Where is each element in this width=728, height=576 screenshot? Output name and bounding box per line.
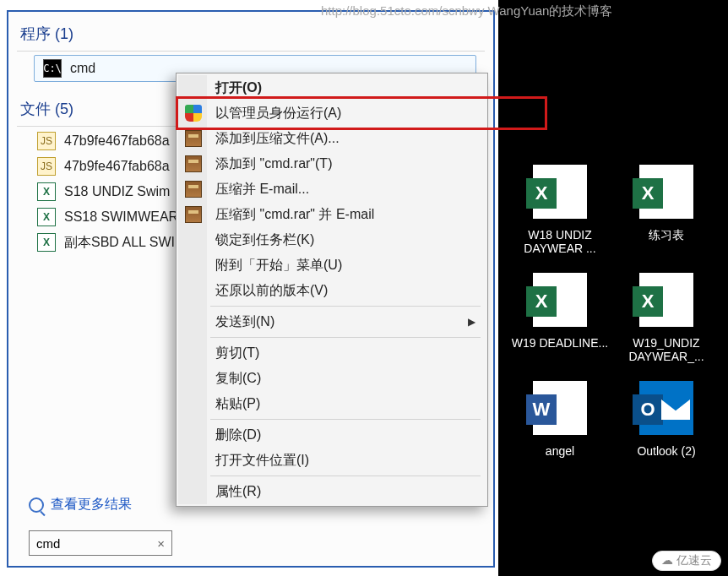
- script-file-icon: JS: [37, 157, 56, 176]
- menu-label: 删除(D): [215, 427, 261, 444]
- context-menu: 打开(O) 以管理员身份运行(A) 添加到压缩文件(A)... 添加到 "cmd…: [176, 73, 488, 507]
- menu-add-to-archive[interactable]: 添加到压缩文件(A)...: [178, 126, 486, 151]
- menu-label: 剪切(T): [215, 345, 259, 362]
- menu-label: 复制(C): [215, 370, 261, 388]
- menu-paste[interactable]: 粘贴(P): [178, 391, 486, 416]
- menu-pin-taskbar[interactable]: 锁定到任务栏(K): [178, 227, 486, 253]
- menu-label: 打开(O): [215, 79, 262, 97]
- see-more-label: 查看更多结果: [51, 496, 132, 514]
- desktop-item-label: angel: [508, 444, 611, 458]
- search-input[interactable]: cmd ×: [29, 530, 172, 556]
- desktop-item[interactable]: W19 DEADLINE...: [507, 264, 613, 372]
- divider: [17, 51, 485, 52]
- watermark-label: 亿速云: [676, 553, 712, 567]
- archive-icon: [184, 180, 203, 198]
- menu-send-to[interactable]: 发送到(N) ▶: [178, 309, 486, 334]
- search-icon: [29, 497, 44, 513]
- desktop-item-label: W19 DEADLINE...: [508, 336, 611, 350]
- menu-pin-start[interactable]: 附到「开始」菜单(U): [178, 253, 486, 278]
- desktop-item-label: W19_UNDIZ DAYWEAR_...: [615, 336, 718, 363]
- watermark-url: http://blog.51cto.com/scnbwy WangYuan的技术…: [321, 3, 612, 19]
- menu-label: 压缩并 E-mail...: [215, 181, 309, 198]
- menu-separator: [210, 475, 481, 476]
- menu-label: 属性(R): [215, 483, 261, 501]
- file-label: 副本SBD ALL SWI: [64, 234, 175, 252]
- menu-label: 以管理员身份运行(A): [215, 105, 341, 122]
- excel-file-icon: X: [37, 208, 56, 226]
- excel-file-icon: [635, 160, 698, 223]
- menu-copy[interactable]: 复制(C): [178, 366, 486, 391]
- clear-search-icon[interactable]: ×: [157, 536, 165, 551]
- file-label: 47b9fe467fab68a: [64, 133, 170, 149]
- menu-open[interactable]: 打开(O): [178, 75, 486, 101]
- desktop-item[interactable]: 练习表: [613, 155, 720, 264]
- excel-file-icon: X: [37, 233, 56, 252]
- cmd-icon: C:\: [43, 59, 62, 78]
- menu-label: 压缩到 "cmd.rar" 并 E-mail: [215, 206, 374, 224]
- desktop-item[interactable]: Outlook (2): [613, 372, 720, 466]
- menu-run-as-admin[interactable]: 以管理员身份运行(A): [178, 101, 486, 126]
- desktop-item-label: Outlook (2): [615, 444, 718, 458]
- archive-icon: [184, 129, 203, 148]
- menu-compress-rar-email[interactable]: 压缩到 "cmd.rar" 并 E-mail: [178, 202, 486, 227]
- file-label: 47b9fe467fab68a: [64, 159, 170, 174]
- menu-label: 打开文件位置(I): [215, 452, 309, 470]
- see-more-results[interactable]: 查看更多结果: [29, 496, 132, 514]
- shield-icon: [184, 104, 203, 122]
- file-label: SS18 SWIMWEAR: [64, 209, 178, 225]
- search-value: cmd: [36, 536, 60, 551]
- excel-file-icon: [635, 269, 698, 331]
- excel-file-icon: [529, 269, 591, 331]
- menu-label: 锁定到任务栏(K): [215, 231, 314, 249]
- menu-separator: [210, 337, 481, 338]
- desktop-item-label: W18 UNDIZ DAYWEAR ...: [508, 228, 611, 255]
- menu-label: 附到「开始」菜单(U): [215, 257, 342, 274]
- menu-open-file-location[interactable]: 打开文件位置(I): [178, 448, 486, 473]
- desktop-item[interactable]: W18 UNDIZ DAYWEAR ...: [507, 155, 613, 264]
- outlook-icon: [635, 377, 698, 439]
- excel-file-icon: X: [37, 182, 56, 201]
- desktop-icons: W18 UNDIZ DAYWEAR ... 练习表 W19 DEADLINE..…: [507, 155, 725, 466]
- desktop-item-label: 练习表: [615, 228, 718, 243]
- script-file-icon: JS: [37, 132, 56, 150]
- menu-separator: [210, 306, 481, 307]
- menu-label: 添加到压缩文件(A)...: [215, 130, 340, 148]
- word-file-icon: [529, 377, 591, 439]
- archive-icon: [184, 155, 203, 173]
- site-watermark: ☁ 亿速云: [652, 551, 721, 571]
- menu-label: 还原以前的版本(V): [215, 282, 328, 300]
- submenu-arrow-icon: ▶: [468, 316, 475, 328]
- menu-restore-previous[interactable]: 还原以前的版本(V): [178, 278, 486, 303]
- menu-compress-email[interactable]: 压缩并 E-mail...: [178, 177, 486, 202]
- menu-separator: [210, 419, 481, 420]
- program-label: cmd: [70, 61, 95, 76]
- menu-label: 发送到(N): [215, 313, 274, 331]
- menu-properties[interactable]: 属性(R): [178, 479, 486, 504]
- archive-icon: [184, 205, 203, 224]
- menu-cut[interactable]: 剪切(T): [178, 340, 486, 366]
- menu-label: 添加到 "cmd.rar"(T): [215, 155, 332, 173]
- excel-file-icon: [529, 160, 591, 223]
- menu-label: 粘贴(P): [215, 395, 260, 413]
- menu-add-to-cmd-rar[interactable]: 添加到 "cmd.rar"(T): [178, 151, 486, 177]
- menu-delete[interactable]: 删除(D): [178, 422, 486, 448]
- file-label: S18 UNDIZ Swim: [64, 184, 170, 199]
- cloud-icon: ☁: [661, 553, 673, 567]
- desktop-item[interactable]: W19_UNDIZ DAYWEAR_...: [613, 264, 720, 372]
- desktop-item[interactable]: angel: [507, 372, 613, 466]
